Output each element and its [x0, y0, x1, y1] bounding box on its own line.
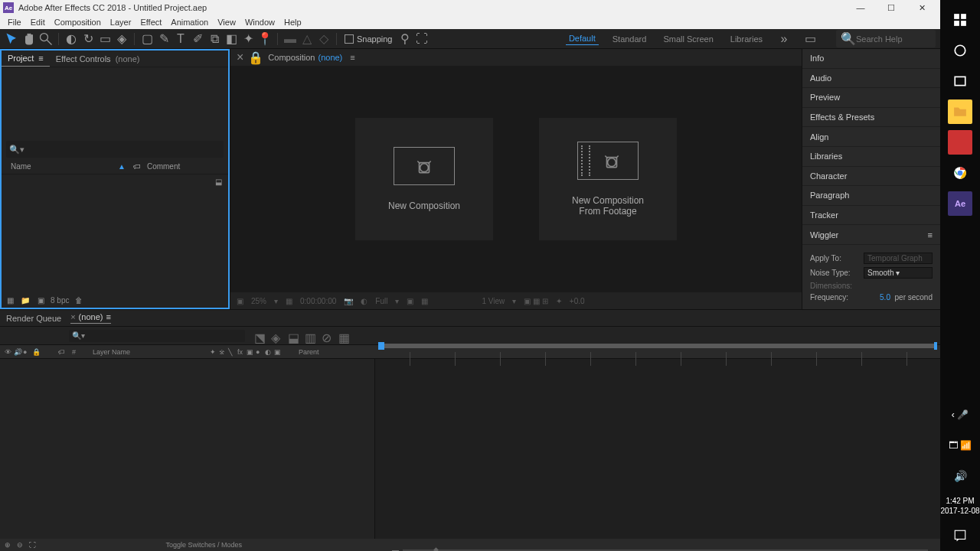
close-tab-icon[interactable]: × — [237, 51, 243, 64]
timeline-toggle-switches-icon[interactable]: ⊕ — [5, 541, 11, 549]
tray-network-icon[interactable]: 🗔 📶 — [948, 433, 972, 458]
flowchart-icon[interactable]: ⬓ — [2, 174, 228, 189]
workspace-small-screen[interactable]: Small Screen — [660, 33, 716, 45]
panel-tracker[interactable]: Tracker — [802, 206, 940, 226]
tray-expand-icon[interactable]: ‹ 🎤 — [948, 403, 972, 427]
resolution-select[interactable]: Full — [375, 297, 387, 305]
panel-paragraph[interactable]: Paragraph — [802, 186, 940, 206]
graph-editor-icon[interactable]: ▦ — [338, 331, 349, 341]
panel-menu-icon[interactable]: ≡ — [350, 53, 354, 62]
draft-3d-icon[interactable]: ◈ — [271, 331, 282, 341]
toggle-switches-modes[interactable]: Toggle Switches / Modes — [165, 541, 242, 549]
snapping-checkbox[interactable]: Snapping — [345, 34, 393, 44]
view-layout[interactable]: 1 View — [482, 297, 505, 305]
roi-icon[interactable]: ▣ — [407, 297, 413, 305]
search-help[interactable]: 🔍 — [836, 30, 936, 47]
search-help-input[interactable] — [856, 34, 933, 44]
wiggler-frequency-value[interactable]: 5.0 — [880, 293, 890, 302]
after-effects-taskbar-icon[interactable]: Ae — [948, 191, 972, 216]
delete-icon[interactable]: 🗑 — [74, 295, 84, 305]
selection-tool[interactable] — [5, 31, 20, 47]
menu-help[interactable]: Help — [279, 18, 306, 27]
panel-align[interactable]: Align — [802, 127, 940, 147]
hand-tool[interactable] — [21, 31, 37, 47]
panel-wiggler[interactable]: Wiggler≡ — [802, 225, 940, 245]
composition-tab[interactable]: Composition (none) ≡ — [268, 53, 354, 62]
timeline-expand-icon[interactable]: ⛶ — [29, 541, 36, 549]
pan-behind-tool[interactable]: ◈ — [114, 31, 129, 47]
workspace-reset-icon[interactable]: ▭ — [802, 31, 818, 47]
windows-start-button[interactable] — [948, 8, 972, 32]
menu-animation[interactable]: Animation — [166, 18, 213, 27]
task-view-icon[interactable] — [948, 69, 972, 93]
menu-window[interactable]: Window — [240, 18, 279, 27]
puppet-tool[interactable]: 📍 — [257, 31, 273, 47]
project-item-list[interactable]: ⬓ — [2, 174, 228, 292]
new-composition-from-footage-button[interactable]: New Composition From Footage — [539, 118, 677, 240]
menu-effect[interactable]: Effect — [136, 18, 166, 27]
wiggler-apply-to-select[interactable]: Temporal Graph — [864, 253, 933, 264]
pen-tool[interactable]: ✎ — [156, 31, 172, 47]
panel-menu-icon[interactable]: ≡ — [38, 54, 43, 63]
comp-mini-flowchart-icon[interactable]: ⬔ — [254, 331, 265, 341]
window-close-button[interactable]: ✕ — [906, 0, 937, 15]
menu-view[interactable]: View — [213, 18, 240, 27]
clone-tool[interactable]: ⧉ — [207, 31, 222, 47]
workspace-overflow-icon[interactable]: » — [776, 31, 792, 47]
cortana-icon[interactable] — [948, 38, 972, 63]
snap-toggle-icon[interactable]: ⛶ — [414, 31, 430, 47]
column-comment[interactable]: Comment — [147, 162, 180, 171]
zoom-slider-handle[interactable]: ◆ — [433, 546, 439, 551]
sort-indicator-icon[interactable]: ▲ — [118, 162, 126, 171]
camera-tool[interactable]: ▭ — [97, 31, 113, 47]
shy-icon[interactable]: ⬓ — [288, 331, 299, 341]
panel-info[interactable]: Info — [802, 49, 940, 69]
roto-tool[interactable]: ✦ — [240, 31, 256, 47]
zoom-out-icon[interactable]: ▬ — [392, 546, 399, 551]
timeline-track-area[interactable] — [375, 359, 940, 539]
exposure-value[interactable]: +0.0 — [570, 297, 585, 305]
window-minimize-button[interactable]: — — [845, 0, 876, 15]
zoom-level[interactable]: 25% — [251, 297, 266, 305]
rotation-tool[interactable]: ↻ — [80, 31, 96, 47]
effect-controls-tab[interactable]: Effect Controls (none) — [50, 51, 146, 67]
brush-tool[interactable]: ✐ — [190, 31, 205, 47]
tray-volume-icon[interactable]: 🔊 — [948, 464, 972, 488]
column-name[interactable]: Name — [11, 162, 118, 171]
eraser-tool[interactable]: ◧ — [224, 31, 239, 47]
motion-blur-icon[interactable]: ⊘ — [322, 331, 332, 341]
lock-icon[interactable]: 🔒 — [248, 51, 263, 65]
chrome-icon[interactable] — [948, 161, 972, 185]
wiggler-noise-type-select[interactable]: Smooth ▾ — [864, 267, 933, 279]
panel-effects-presets[interactable]: Effects & Presets — [802, 108, 940, 128]
rectangle-tool[interactable]: ▢ — [139, 31, 155, 47]
new-folder-icon[interactable]: 📁 — [20, 295, 31, 305]
new-composition-button[interactable]: New Composition — [355, 118, 493, 240]
panel-audio[interactable]: Audio — [802, 69, 940, 89]
project-tab[interactable]: Project≡ — [2, 51, 50, 67]
exposure-reset-icon[interactable]: ✦ — [556, 297, 562, 305]
menu-file[interactable]: File — [3, 18, 26, 27]
window-maximize-button[interactable]: ☐ — [876, 0, 906, 15]
frame-blend-icon[interactable]: ▥ — [305, 331, 315, 341]
new-comp-icon[interactable]: ▣ — [35, 295, 46, 305]
project-bpc[interactable]: 8 bpc — [51, 296, 69, 305]
panel-libraries[interactable]: Libraries — [802, 147, 940, 167]
snapshot-icon[interactable]: 📷 — [344, 297, 353, 305]
workspace-libraries[interactable]: Libraries — [727, 33, 766, 45]
transparency-grid-icon[interactable]: ▦ — [421, 297, 428, 305]
workspace-default[interactable]: Default — [566, 32, 599, 45]
orbit-tool[interactable]: ◐ — [64, 31, 79, 47]
take-snapshot-icon[interactable]: ▣ — [237, 297, 243, 305]
file-explorer-icon[interactable] — [948, 99, 972, 124]
timeline-layer-list[interactable] — [0, 359, 375, 539]
project-search[interactable]: 🔍▾ — [6, 141, 224, 158]
menu-layer[interactable]: Layer — [106, 18, 136, 27]
timeline-none-tab[interactable]: × (none) ≡ — [70, 312, 111, 324]
app-icon-red[interactable] — [948, 130, 972, 155]
panel-menu-icon[interactable]: ≡ — [928, 230, 933, 240]
timeline-playhead[interactable] — [378, 342, 384, 350]
type-tool[interactable]: T — [173, 31, 188, 47]
action-center-icon[interactable] — [948, 523, 972, 548]
interpret-footage-icon[interactable]: ▦ — [5, 295, 15, 305]
